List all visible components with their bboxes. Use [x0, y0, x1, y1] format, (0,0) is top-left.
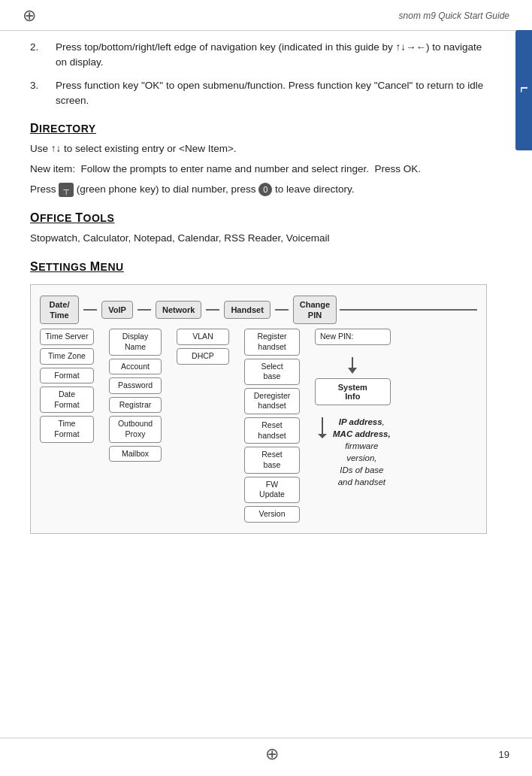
- menu-mailbox[interactable]: Mailbox: [109, 446, 162, 462]
- arrow-down-container: [315, 357, 391, 375]
- desc-firmware: firmware: [345, 441, 378, 450]
- spacer-v1: [315, 348, 391, 354]
- tab-handset[interactable]: Handset: [224, 301, 270, 319]
- tab-connector-5: [340, 309, 477, 311]
- tab-connector-2: [138, 309, 151, 311]
- diagram-wrapper: Date/Time VoIP Network Handset ChangePIN…: [40, 296, 477, 523]
- menu-deregister-handset[interactable]: Deregisterhandset: [244, 388, 300, 414]
- menu-password[interactable]: Password: [109, 377, 162, 394]
- green-phone-icon: ┬: [59, 183, 74, 197]
- office-tools-heading-text: OFFICE TOOLS: [30, 211, 114, 224]
- menu-time-format[interactable]: TimeFormat: [40, 416, 94, 442]
- desc-ids: IDs of base: [340, 465, 383, 474]
- menu-time-zone[interactable]: Time Zone: [40, 348, 94, 365]
- tab-voip[interactable]: VoIP: [101, 301, 133, 319]
- col-network: VLAN DHCP: [177, 329, 229, 364]
- language-tab: E N G L I S H: [515, 30, 532, 150]
- main-content: 2. Press top/bottom/right/left edge of n…: [0, 31, 532, 549]
- page-footer: ⊕ 19: [0, 738, 532, 764]
- menu-system-info[interactable]: SystemInfo: [315, 378, 391, 405]
- desc-comma: ,: [382, 417, 385, 426]
- menu-account[interactable]: Account: [109, 359, 162, 375]
- lang-i: I: [506, 88, 517, 93]
- arrow-right-polygon: [318, 434, 327, 438]
- step-2: 2. Press top/bottom/right/left edge of n…: [30, 40, 487, 71]
- system-info-desc-container: IP address, MAC address, firmware versio…: [315, 416, 391, 489]
- directory-line1: Use ↑↓ to select existing entry or <New …: [30, 141, 487, 157]
- office-tools-text: Stopwatch, Calculator, Notepad, Calendar…: [30, 231, 487, 247]
- step-3-number: 3.: [30, 78, 47, 109]
- system-info-description: IP address, MAC address, firmware versio…: [333, 416, 391, 489]
- menu-register-handset[interactable]: Registerhandset: [244, 329, 300, 355]
- settings-diagram: Date/Time VoIP Network Handset ChangePIN…: [30, 284, 487, 534]
- tab-network[interactable]: Network: [156, 301, 201, 319]
- compass-icon-bottom: ⊕: [265, 744, 279, 764]
- tab-connector-1: [83, 309, 97, 311]
- desc-ip: IP address: [339, 417, 382, 426]
- tab-connector-3: [206, 309, 219, 311]
- directory-heading-text: DIRECTORY: [30, 122, 96, 135]
- arrow-down-svg: [345, 357, 360, 375]
- spacer-v2: [315, 408, 391, 413]
- header-title: snom m9 Quick Start Guide: [399, 11, 509, 21]
- desc-version: version,: [346, 453, 376, 462]
- menu-reset-base[interactable]: Resetbase: [244, 447, 300, 473]
- tab-connector-4: [275, 309, 289, 311]
- tabs-row: Date/Time VoIP Network Handset ChangePIN: [40, 296, 477, 325]
- step-list: 2. Press top/bottom/right/left edge of n…: [30, 40, 487, 108]
- diagram-body: Time Server Time Zone Format DateFormat …: [40, 329, 477, 522]
- compass-icon-top: ⊕: [23, 6, 36, 26]
- directory-line3: Press ┬ (green phone key) to dial number…: [30, 182, 487, 198]
- menu-dhcp[interactable]: DHCP: [177, 348, 229, 365]
- arrow-right-svg: [315, 416, 330, 438]
- col-handset: Registerhandset Selectbase Deregisterhan…: [244, 329, 300, 522]
- menu-vlan[interactable]: VLAN: [177, 329, 229, 345]
- lang-s: S: [493, 86, 504, 95]
- desc-mac: MAC address,: [333, 429, 391, 438]
- menu-version[interactable]: Version: [244, 506, 300, 523]
- step-2-number: 2.: [30, 40, 47, 71]
- desc-handset: and handset: [338, 477, 385, 487]
- settings-menu-heading-text: SETTINGS MENU: [30, 260, 124, 273]
- settings-menu-heading: SETTINGS MENU: [30, 260, 487, 274]
- col-datetime: Time Server Time Zone Format DateFormat …: [40, 329, 94, 442]
- step-3-text: Press function key "OK" to open submenu/…: [56, 78, 487, 109]
- menu-display-name[interactable]: DisplayName: [109, 329, 162, 355]
- menu-date-format[interactable]: DateFormat: [40, 386, 94, 413]
- menu-time-server[interactable]: Time Server: [40, 329, 94, 345]
- col-voip: DisplayName Account Password Registrar O…: [109, 329, 162, 462]
- step-2-text: Press top/bottom/right/left edge of navi…: [56, 40, 487, 71]
- page-header: ⊕ snom m9 Quick Start Guide: [0, 0, 532, 31]
- tab-change-pin[interactable]: ChangePIN: [293, 296, 337, 325]
- lang-l: L: [518, 86, 530, 95]
- zero-key-icon: 0: [258, 183, 272, 196]
- tab-datetime[interactable]: Date/Time: [40, 296, 79, 325]
- lang-h: H: [480, 86, 491, 95]
- office-tools-heading: OFFICE TOOLS: [30, 211, 487, 225]
- directory-line2: New item: Follow the prompts to enter na…: [30, 162, 487, 177]
- page-number: 19: [499, 749, 509, 760]
- step-3: 3. Press function key "OK" to open subme…: [30, 78, 487, 109]
- menu-new-pin[interactable]: New PIN:: [315, 329, 391, 345]
- menu-select-base[interactable]: Selectbase: [244, 359, 300, 385]
- menu-registrar[interactable]: Registrar: [109, 397, 162, 414]
- arrow-polygon: [348, 368, 357, 374]
- menu-reset-handset[interactable]: Resethandset: [244, 417, 300, 444]
- menu-fw-update[interactable]: FWUpdate: [244, 477, 300, 503]
- menu-outbound-proxy[interactable]: OutboundProxy: [109, 416, 162, 442]
- menu-format[interactable]: Format: [40, 368, 94, 384]
- directory-heading: DIRECTORY: [30, 122, 487, 135]
- col-changepin: New PIN: SystemInfo: [315, 329, 391, 488]
